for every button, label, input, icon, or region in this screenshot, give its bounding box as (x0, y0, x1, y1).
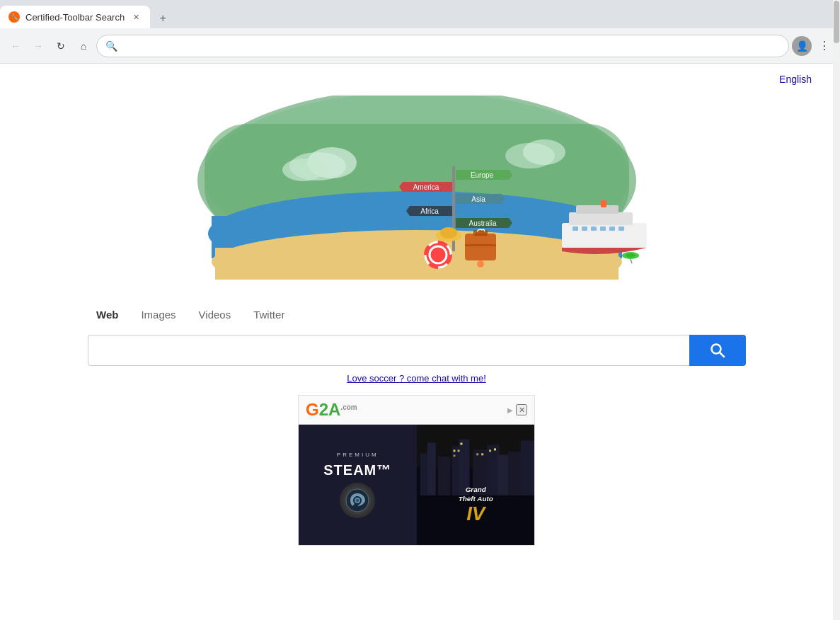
svg-rect-36 (591, 226, 597, 231)
scrollbar[interactable] (833, 0, 840, 620)
tab-twitter[interactable]: Twitter (242, 304, 296, 326)
home-button[interactable]: ⌂ (74, 36, 93, 56)
menu-button[interactable]: ⋮ (815, 36, 834, 56)
steam-symbol (345, 488, 370, 513)
scrollbar-thumb[interactable] (834, 1, 839, 43)
svg-rect-25 (465, 244, 496, 246)
svg-text:Theft Auto: Theft Auto (458, 495, 493, 503)
hero-illustration: Europe America Asia Africa Australia (176, 96, 657, 280)
ad-label-area: ▶ ✕ (507, 404, 527, 415)
svg-rect-76 (489, 449, 491, 452)
tab-web[interactable]: Web (85, 304, 130, 326)
g2a-logo: G2A.com (306, 400, 357, 420)
tab-favicon: 🔧 (8, 11, 20, 23)
tab-close-button[interactable]: ✕ (130, 11, 142, 23)
promo-link[interactable]: Love soccer ? come chat with me! (347, 373, 486, 384)
svg-point-52 (477, 260, 484, 268)
forward-button[interactable]: → (28, 36, 48, 56)
search-button[interactable] (689, 335, 746, 366)
address-bar[interactable]: 🔍 (96, 35, 789, 57)
ad-right-panel: Grand Theft Auto IV (417, 425, 535, 545)
svg-rect-35 (582, 226, 587, 231)
svg-text:Europe: Europe (470, 171, 493, 179)
svg-rect-75 (481, 453, 483, 455)
ad-left-panel: PREMIUM STEAM™ (299, 425, 417, 545)
search-bar-row (88, 335, 746, 366)
svg-line-54 (720, 352, 724, 357)
search-tabs: Web Images Videos Twitter (85, 304, 296, 326)
search-input[interactable] (97, 345, 681, 357)
ad-indicator: ▶ (507, 406, 513, 414)
svg-rect-71 (457, 449, 459, 452)
search-section: Web Images Videos Twitter Love soccer ? … (0, 304, 833, 384)
svg-rect-40 (601, 200, 606, 207)
g2a-text: G (306, 400, 319, 419)
svg-text:Australia: Australia (468, 219, 496, 227)
svg-point-9 (282, 159, 325, 181)
search-icon: 🔍 (105, 40, 117, 52)
ad-body[interactable]: PREMIUM STEAM™ (299, 425, 534, 545)
address-input[interactable] (122, 40, 780, 52)
tab-bar: 🔧 Certified-Toolbar Search ✕ + (0, 0, 840, 28)
reload-button[interactable]: ↻ (51, 36, 71, 56)
new-tab-button[interactable]: + (153, 8, 173, 28)
tab-videos[interactable]: Videos (188, 304, 243, 326)
svg-rect-32 (569, 212, 633, 225)
gta-illustration: Grand Theft Auto IV (417, 425, 535, 545)
search-icon (710, 343, 725, 358)
svg-text:Africa: Africa (420, 207, 439, 215)
ad-close-button[interactable]: ✕ (516, 404, 527, 415)
svg-point-27 (440, 227, 457, 239)
ad-header: G2A.com ▶ ✕ (299, 396, 534, 425)
profile-button[interactable]: 👤 (792, 36, 812, 56)
svg-point-51 (626, 253, 635, 258)
svg-rect-6 (215, 248, 619, 280)
ad-section: G2A.com ▶ ✕ PREMIUM STEAM™ (0, 395, 833, 546)
steam-logo: STEAM™ (323, 462, 391, 518)
svg-rect-77 (494, 448, 496, 450)
steam-text: STEAM™ (323, 462, 391, 478)
svg-rect-70 (453, 449, 455, 452)
tab-images[interactable]: Images (130, 304, 187, 326)
svg-rect-73 (460, 443, 462, 445)
g2a-com-text: .com (340, 403, 357, 411)
svg-rect-74 (476, 453, 478, 455)
page-content: English (0, 64, 833, 620)
svg-point-57 (356, 499, 359, 502)
svg-rect-72 (453, 454, 455, 457)
blob-background: Europe America Asia Africa Australia (176, 96, 657, 280)
svg-rect-38 (609, 226, 615, 231)
svg-text:IV: IV (466, 503, 487, 524)
svg-rect-39 (619, 226, 624, 231)
svg-point-11 (523, 139, 565, 165)
svg-text:Asia: Asia (471, 195, 485, 203)
svg-rect-34 (573, 226, 578, 231)
ad-container: G2A.com ▶ ✕ PREMIUM STEAM™ (298, 395, 535, 546)
ad-premium-label: PREMIUM (337, 452, 379, 458)
svg-rect-23 (465, 234, 496, 260)
tab-title: Certified-Toolbar Search (25, 12, 125, 23)
browser-toolbar: ← → ↻ ⌂ 🔍 👤 ⋮ (0, 28, 840, 64)
svg-rect-37 (600, 226, 606, 231)
active-tab[interactable]: 🔧 Certified-Toolbar Search ✕ (0, 6, 150, 28)
hero-section: Europe America Asia Africa Australia (0, 64, 833, 304)
steam-icon (340, 483, 375, 518)
g2a-text-2: 2A (319, 400, 341, 419)
back-button[interactable]: ← (6, 36, 25, 56)
svg-rect-24 (473, 230, 488, 236)
svg-text:America: America (413, 183, 439, 191)
search-input-wrap (88, 335, 689, 366)
language-link[interactable]: English (779, 74, 812, 85)
svg-rect-33 (576, 205, 619, 214)
svg-text:Grand: Grand (465, 486, 486, 493)
browser-chrome: 🔧 Certified-Toolbar Search ✕ + ← → ↻ ⌂ 🔍… (0, 0, 840, 64)
